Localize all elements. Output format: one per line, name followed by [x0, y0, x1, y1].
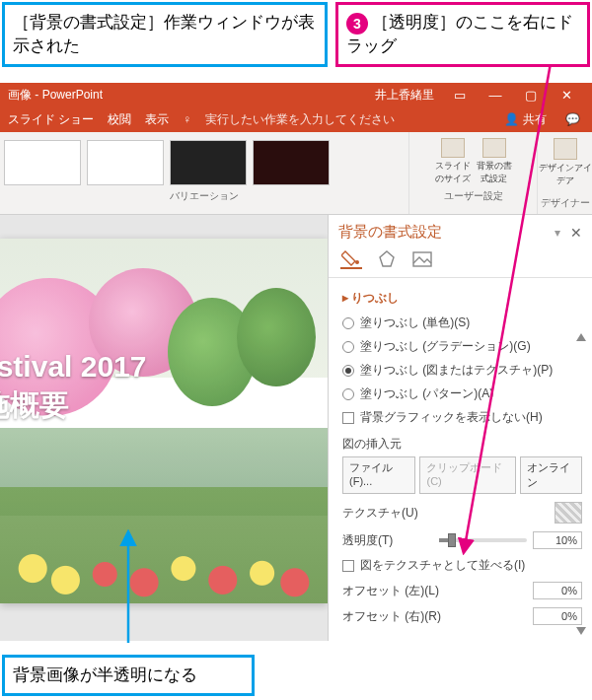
format-background-icon	[482, 138, 506, 158]
checkbox-icon	[342, 560, 354, 572]
titlebar: 画像 - PowerPoint 井上香緒里 ▭ — ▢ ✕	[0, 83, 592, 106]
pane-dropdown-icon[interactable]: ▾	[555, 226, 560, 240]
scroll-up-icon[interactable]	[576, 333, 586, 341]
texture-label: テクスチャ(U)	[342, 505, 433, 522]
svg-point-2	[355, 260, 359, 264]
slide-size-icon	[441, 138, 465, 158]
ribbon-body: バリエーション スライドのサイズ 背景の書式設定 ユーザー設定 デザインアイデア…	[0, 132, 592, 215]
callout-badge: 3	[346, 13, 368, 35]
comments-icon[interactable]: 💬	[560, 112, 584, 126]
variation-thumb[interactable]	[4, 140, 81, 185]
fill-picture-radio[interactable]: 塗りつぶし (図またはテクスチャ)(P)	[342, 362, 582, 379]
checkbox-label: 背景グラフィックを表示しない(H)	[360, 409, 543, 426]
share-button[interactable]: 👤 共有	[504, 111, 547, 128]
transparency-slider[interactable]	[439, 538, 527, 542]
hide-bg-graphics-checkbox[interactable]: 背景グラフィックを表示しない(H)	[342, 409, 582, 426]
fill-tab-icon[interactable]	[340, 249, 362, 269]
radio-icon	[342, 365, 354, 377]
section-fill-label: りつぶし	[351, 291, 399, 305]
insert-file-button[interactable]: ファイル(F)...	[342, 456, 415, 494]
ribbon-tabs: スライド ショー 校閲 表示 ♀ 実行したい作業を入力してください 👤 共有 💬	[0, 106, 592, 132]
transparency-row: 透明度(T) 10%	[342, 531, 582, 549]
checkbox-icon	[342, 412, 354, 424]
variation-thumb[interactable]	[87, 140, 164, 185]
radio-label: 塗りつぶし (単色)(S)	[360, 315, 470, 331]
close-button[interactable]: ✕	[549, 88, 584, 103]
insert-online-button[interactable]: オンライン	[520, 456, 582, 494]
radio-label: 塗りつぶし (パターン)(A)	[360, 385, 493, 402]
user-name: 井上香緒里	[375, 87, 434, 104]
tellme-input[interactable]: 実行したい作業を入力してください	[205, 111, 395, 128]
svg-rect-4	[413, 252, 431, 266]
format-background-button[interactable]: 背景の書式設定	[475, 138, 514, 185]
minimize-button[interactable]: —	[478, 88, 513, 103]
checkbox-label: 図をテクスチャとして並べる(I)	[360, 557, 525, 574]
tab-view[interactable]: 表示	[145, 111, 169, 128]
ribbon-options-icon[interactable]: ▭	[442, 88, 478, 103]
texture-picker[interactable]	[555, 502, 582, 524]
callout-top-left: ［背景の書式設定］作業ウィンドウが表示された	[2, 2, 328, 67]
slider-thumb[interactable]	[448, 533, 456, 547]
pane-title: 背景の書式設定	[338, 223, 555, 242]
slide-title-text[interactable]: estival 2017 施概要	[0, 347, 146, 424]
callout-top-right: 3［透明度］のここを右にドラッグ	[335, 2, 590, 67]
tab-review[interactable]: 校閲	[108, 111, 131, 128]
restore-button[interactable]: ▢	[513, 88, 549, 103]
callout-text: 背景画像が半透明になる	[13, 665, 197, 684]
pane-close-button[interactable]: ✕	[570, 225, 582, 241]
insert-clipboard-button[interactable]: クリップボード(C)	[419, 456, 515, 494]
group-label-user: ユーザー設定	[409, 187, 537, 207]
variation-thumb[interactable]	[170, 140, 247, 185]
fill-solid-radio[interactable]: 塗りつぶし (単色)(S)	[342, 315, 582, 331]
share-label: 共有	[523, 111, 547, 128]
tile-checkbox[interactable]: 図をテクスチャとして並べる(I)	[342, 557, 582, 574]
group-label-designer: デザイナー	[538, 194, 592, 214]
offset-left-label: オフセット (左)(L)	[342, 583, 461, 599]
slide-size-button[interactable]: スライドのサイズ	[433, 138, 473, 185]
share-icon: 👤	[504, 112, 519, 126]
scroll-down-icon[interactable]	[576, 627, 586, 635]
pane-body: ▸ りつぶし 塗りつぶし (単色)(S) 塗りつぶし (グラデーション)(G) …	[329, 278, 592, 641]
slide[interactable]: estival 2017 施概要	[0, 239, 328, 603]
radio-icon	[342, 341, 354, 353]
effects-tab-icon[interactable]	[376, 249, 398, 269]
tab-slideshow[interactable]: スライド ショー	[8, 111, 94, 128]
powerpoint-window: 画像 - PowerPoint 井上香緒里 ▭ — ▢ ✕ スライド ショー 校…	[0, 83, 592, 641]
fill-gradient-radio[interactable]: 塗りつぶし (グラデーション)(G)	[342, 338, 582, 355]
radio-label: 塗りつぶし (図またはテクスチャ)(P)	[360, 362, 553, 379]
callout-text: ［透明度］のここを右にドラッグ	[346, 13, 573, 55]
transparency-label: 透明度(T)	[342, 532, 433, 549]
radio-icon	[342, 388, 354, 400]
fill-pattern-radio[interactable]: 塗りつぶし (パターン)(A)	[342, 385, 582, 402]
btn-label[interactable]: デザインアイデア	[538, 162, 592, 187]
svg-marker-3	[380, 251, 394, 266]
radio-label: 塗りつぶし (グラデーション)(G)	[360, 338, 531, 355]
slide-title-line1: estival 2017	[0, 350, 146, 383]
btn-label: 背景の書式設定	[475, 160, 514, 185]
callout-bottom: 背景画像が半透明になる	[2, 655, 255, 696]
offset-right-label: オフセット (右)(R)	[342, 608, 461, 625]
group-label-variations: バリエーション	[0, 187, 408, 207]
section-fill[interactable]: ▸ りつぶし	[342, 290, 582, 307]
slide-title-line2: 施概要	[0, 388, 69, 421]
window-title: 画像 - PowerPoint	[8, 87, 103, 104]
transparency-value[interactable]: 10%	[533, 531, 582, 549]
tellme-icon: ♀	[183, 112, 191, 126]
btn-label: スライドのサイズ	[433, 160, 473, 185]
workarea: estival 2017 施概要 背景の書式設定 ▾ ✕	[0, 215, 592, 641]
user-settings-group: スライドのサイズ 背景の書式設定 ユーザー設定	[408, 132, 537, 214]
variations-group: バリエーション	[0, 132, 408, 214]
picture-tab-icon[interactable]	[411, 249, 433, 269]
offset-right-value[interactable]: 0%	[533, 607, 582, 625]
callout-text: ［背景の書式設定］作業ウィンドウが表示された	[13, 13, 315, 55]
designer-group: デザインアイデア デザイナー	[537, 132, 592, 214]
insert-from-label: 図の挿入元	[342, 436, 582, 453]
format-background-pane: 背景の書式設定 ▾ ✕ ▸ りつぶし 塗	[328, 215, 592, 641]
slide-canvas[interactable]: estival 2017 施概要	[0, 215, 328, 641]
design-ideas-icon	[554, 138, 577, 160]
variation-thumb[interactable]	[253, 140, 330, 185]
radio-icon	[342, 317, 354, 329]
offset-left-value[interactable]: 0%	[533, 582, 582, 599]
